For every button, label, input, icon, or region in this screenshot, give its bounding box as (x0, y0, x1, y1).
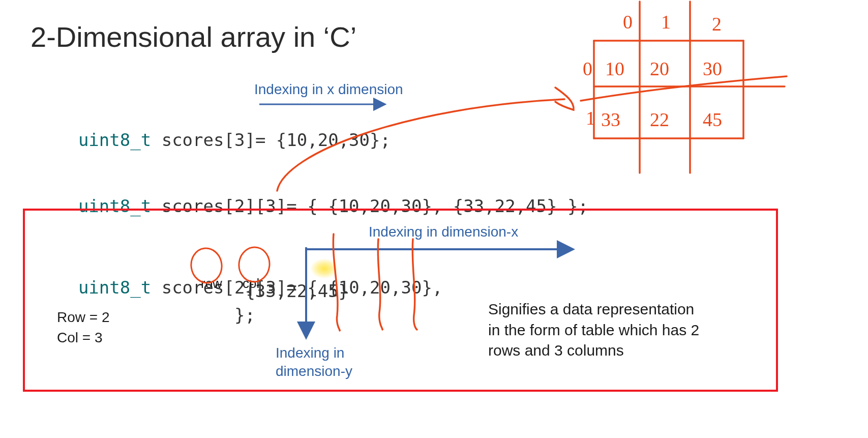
grid-col-2: 2 (712, 13, 722, 35)
grid-cell-0-2: 30 (703, 58, 722, 79)
grid-col-0: 0 (623, 11, 633, 33)
description-paragraph: Signifies a data representation in the f… (488, 299, 707, 361)
grid-cell-0-1: 20 (650, 58, 669, 79)
grid-labels: 0 1 2 0 1 10 20 30 33 22 45 (583, 11, 722, 130)
code-line-3b: {33,22,45} (37, 281, 349, 301)
slide-root: 2-Dimensional array in ‘C’ Indexing in x… (0, 0, 868, 438)
keyword: uint8_t (78, 130, 151, 150)
grid-row-0: 0 (583, 58, 592, 79)
code-line-1: uint8_t scores[3]= {10,20,30}; (37, 109, 391, 170)
page-title: 2-Dimensional array in ‘C’ (31, 20, 356, 53)
grid-cell-1-2: 45 (703, 109, 722, 130)
col-label: col (243, 276, 259, 291)
grid-cell-1-0: 33 (601, 109, 620, 130)
code-text: scores[2][3]= { {10,20,30}, {33,22,45} }… (151, 196, 588, 216)
arrow-to-grid-head (555, 87, 574, 110)
hand-drawn-grid (581, 2, 787, 173)
grid-cell-1-1: 22 (650, 109, 669, 130)
row-label: row (201, 276, 222, 291)
row-equals: Row = 2 (57, 309, 110, 326)
grid-cell-0-0: 10 (605, 58, 624, 79)
indexing-y-label-2: dimension-y (276, 363, 352, 379)
col-equals: Col = 3 (57, 330, 103, 346)
grid-row-1: 1 (586, 107, 595, 129)
grid-col-1: 1 (661, 11, 671, 33)
indexing-x-top-label: Indexing in x dimension (254, 81, 403, 98)
indexing-x-label: Indexing in dimension-x (369, 224, 518, 240)
indexing-y-label-1: Indexing in (276, 345, 344, 361)
keyword: uint8_t (78, 196, 151, 216)
code-text: scores[3]= {10,20,30}; (151, 130, 391, 150)
